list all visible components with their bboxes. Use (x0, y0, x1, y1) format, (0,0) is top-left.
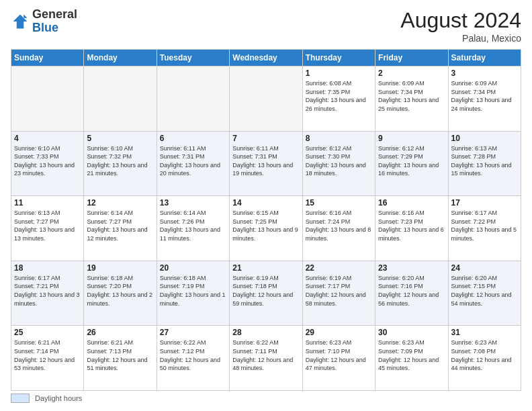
day-info: Sunrise: 6:20 AM Sunset: 7:16 PM Dayligh… (378, 274, 445, 308)
day-info: Sunrise: 6:17 AM Sunset: 7:21 PM Dayligh… (14, 274, 81, 308)
calendar-day-cell: 10Sunrise: 6:13 AM Sunset: 7:28 PM Dayli… (448, 131, 521, 196)
day-info: Sunrise: 6:23 AM Sunset: 7:10 PM Dayligh… (306, 338, 372, 372)
day-number: 16 (378, 198, 445, 208)
calendar-day-cell: 13Sunrise: 6:14 AM Sunset: 7:26 PM Dayli… (157, 196, 229, 261)
calendar-day-cell: 5Sunrise: 6:10 AM Sunset: 7:32 PM Daylig… (84, 131, 157, 196)
footer: Daylight hours (11, 394, 521, 403)
calendar-day-cell: 2Sunrise: 6:09 AM Sunset: 7:34 PM Daylig… (375, 66, 448, 132)
day-info: Sunrise: 6:19 AM Sunset: 7:18 PM Dayligh… (232, 274, 299, 308)
calendar-day-cell: 17Sunrise: 6:17 AM Sunset: 7:22 PM Dayli… (448, 196, 521, 261)
day-number: 13 (160, 198, 226, 208)
calendar-day-cell: 30Sunrise: 6:23 AM Sunset: 7:09 PM Dayli… (375, 326, 448, 391)
day-number: 22 (306, 263, 372, 273)
calendar-week-row: 11Sunrise: 6:13 AM Sunset: 7:27 PM Dayli… (11, 196, 521, 261)
calendar-day-cell: 1Sunrise: 6:08 AM Sunset: 7:35 PM Daylig… (302, 66, 375, 132)
day-number: 18 (14, 263, 81, 273)
logo-general: General (32, 7, 77, 21)
day-number: 5 (87, 134, 153, 143)
day-number: 24 (451, 263, 518, 273)
day-info: Sunrise: 6:19 AM Sunset: 7:17 PM Dayligh… (306, 274, 372, 308)
calendar-week-row: 4Sunrise: 6:10 AM Sunset: 7:33 PM Daylig… (11, 131, 521, 196)
logo-text: General Blue (32, 8, 77, 35)
day-number: 7 (232, 134, 299, 143)
weekday-header: Monday (84, 50, 157, 66)
month-year: August 2024 (400, 8, 521, 33)
calendar-day-cell: 29Sunrise: 6:23 AM Sunset: 7:10 PM Dayli… (302, 326, 375, 391)
day-number: 1 (306, 68, 372, 78)
day-info: Sunrise: 6:11 AM Sunset: 7:31 PM Dayligh… (232, 144, 299, 178)
day-number: 8 (306, 134, 372, 143)
calendar-day-cell: 21Sunrise: 6:19 AM Sunset: 7:18 PM Dayli… (230, 261, 302, 326)
day-info: Sunrise: 6:13 AM Sunset: 7:28 PM Dayligh… (451, 144, 518, 178)
day-number: 4 (14, 134, 81, 143)
calendar-day-cell: 19Sunrise: 6:18 AM Sunset: 7:20 PM Dayli… (84, 261, 157, 326)
calendar-day-cell: 9Sunrise: 6:12 AM Sunset: 7:29 PM Daylig… (375, 131, 448, 196)
day-number: 31 (451, 328, 518, 337)
calendar-table: SundayMondayTuesdayWednesdayThursdayFrid… (11, 49, 521, 391)
calendar-week-row: 1Sunrise: 6:08 AM Sunset: 7:35 PM Daylig… (11, 66, 521, 132)
calendar-day-cell: 28Sunrise: 6:22 AM Sunset: 7:11 PM Dayli… (230, 326, 302, 391)
logo-icon (11, 12, 30, 31)
calendar-day-cell: 16Sunrise: 6:16 AM Sunset: 7:23 PM Dayli… (375, 196, 448, 261)
weekday-header: Saturday (448, 50, 521, 66)
day-number: 12 (87, 198, 153, 208)
day-number: 3 (451, 68, 518, 78)
calendar-day-cell: 6Sunrise: 6:11 AM Sunset: 7:31 PM Daylig… (157, 131, 229, 196)
calendar-day-cell: 15Sunrise: 6:16 AM Sunset: 7:24 PM Dayli… (302, 196, 375, 261)
calendar-header-row: SundayMondayTuesdayWednesdayThursdayFrid… (11, 50, 521, 66)
day-info: Sunrise: 6:08 AM Sunset: 7:35 PM Dayligh… (306, 79, 372, 113)
day-number: 9 (378, 134, 445, 143)
svg-marker-1 (24, 14, 27, 17)
day-info: Sunrise: 6:23 AM Sunset: 7:08 PM Dayligh… (451, 338, 518, 372)
day-info: Sunrise: 6:12 AM Sunset: 7:30 PM Dayligh… (306, 144, 372, 178)
calendar-day-cell: 27Sunrise: 6:22 AM Sunset: 7:12 PM Dayli… (157, 326, 229, 391)
day-info: Sunrise: 6:14 AM Sunset: 7:26 PM Dayligh… (160, 209, 226, 242)
day-info: Sunrise: 6:14 AM Sunset: 7:27 PM Dayligh… (87, 209, 153, 242)
day-info: Sunrise: 6:22 AM Sunset: 7:12 PM Dayligh… (160, 338, 226, 372)
calendar-day-cell (230, 66, 302, 132)
day-number: 19 (87, 263, 153, 273)
logo: General Blue (11, 8, 77, 35)
calendar-day-cell: 12Sunrise: 6:14 AM Sunset: 7:27 PM Dayli… (84, 196, 157, 261)
day-number: 21 (232, 263, 299, 273)
weekday-header: Thursday (302, 50, 375, 66)
calendar-day-cell: 3Sunrise: 6:09 AM Sunset: 7:34 PM Daylig… (448, 66, 521, 132)
day-info: Sunrise: 6:18 AM Sunset: 7:20 PM Dayligh… (87, 274, 153, 308)
daylight-swatch (11, 394, 30, 403)
day-info: Sunrise: 6:23 AM Sunset: 7:09 PM Dayligh… (378, 338, 445, 372)
day-number: 14 (232, 198, 299, 208)
calendar-day-cell: 31Sunrise: 6:23 AM Sunset: 7:08 PM Dayli… (448, 326, 521, 391)
day-number: 15 (306, 198, 372, 208)
day-number: 26 (87, 328, 153, 337)
calendar-day-cell: 7Sunrise: 6:11 AM Sunset: 7:31 PM Daylig… (230, 131, 302, 196)
calendar-day-cell: 26Sunrise: 6:21 AM Sunset: 7:13 PM Dayli… (84, 326, 157, 391)
day-info: Sunrise: 6:10 AM Sunset: 7:33 PM Dayligh… (14, 144, 81, 178)
calendar-day-cell: 24Sunrise: 6:20 AM Sunset: 7:15 PM Dayli… (448, 261, 521, 326)
day-info: Sunrise: 6:15 AM Sunset: 7:25 PM Dayligh… (232, 209, 299, 242)
day-info: Sunrise: 6:21 AM Sunset: 7:13 PM Dayligh… (87, 338, 153, 372)
day-info: Sunrise: 6:16 AM Sunset: 7:23 PM Dayligh… (378, 209, 445, 242)
day-info: Sunrise: 6:09 AM Sunset: 7:34 PM Dayligh… (451, 79, 518, 113)
day-info: Sunrise: 6:16 AM Sunset: 7:24 PM Dayligh… (306, 209, 372, 242)
calendar-day-cell (157, 66, 229, 132)
calendar-week-row: 18Sunrise: 6:17 AM Sunset: 7:21 PM Dayli… (11, 261, 521, 326)
day-number: 27 (160, 328, 226, 337)
calendar-day-cell: 22Sunrise: 6:19 AM Sunset: 7:17 PM Dayli… (302, 261, 375, 326)
day-info: Sunrise: 6:13 AM Sunset: 7:27 PM Dayligh… (14, 209, 81, 242)
calendar-day-cell: 20Sunrise: 6:18 AM Sunset: 7:19 PM Dayli… (157, 261, 229, 326)
day-number: 23 (378, 263, 445, 273)
day-info: Sunrise: 6:21 AM Sunset: 7:14 PM Dayligh… (14, 338, 81, 372)
day-info: Sunrise: 6:18 AM Sunset: 7:19 PM Dayligh… (160, 274, 226, 308)
calendar-day-cell: 23Sunrise: 6:20 AM Sunset: 7:16 PM Dayli… (375, 261, 448, 326)
logo-blue-text: Blue (32, 21, 58, 34)
day-info: Sunrise: 6:10 AM Sunset: 7:32 PM Dayligh… (87, 144, 153, 178)
day-number: 30 (378, 328, 445, 337)
calendar-day-cell: 18Sunrise: 6:17 AM Sunset: 7:21 PM Dayli… (11, 261, 84, 326)
day-number: 28 (232, 328, 299, 337)
day-number: 11 (14, 198, 81, 208)
day-number: 25 (14, 328, 81, 337)
calendar-day-cell (11, 66, 84, 132)
weekday-header: Wednesday (230, 50, 302, 66)
calendar-day-cell: 14Sunrise: 6:15 AM Sunset: 7:25 PM Dayli… (230, 196, 302, 261)
calendar-day-cell: 8Sunrise: 6:12 AM Sunset: 7:30 PM Daylig… (302, 131, 375, 196)
